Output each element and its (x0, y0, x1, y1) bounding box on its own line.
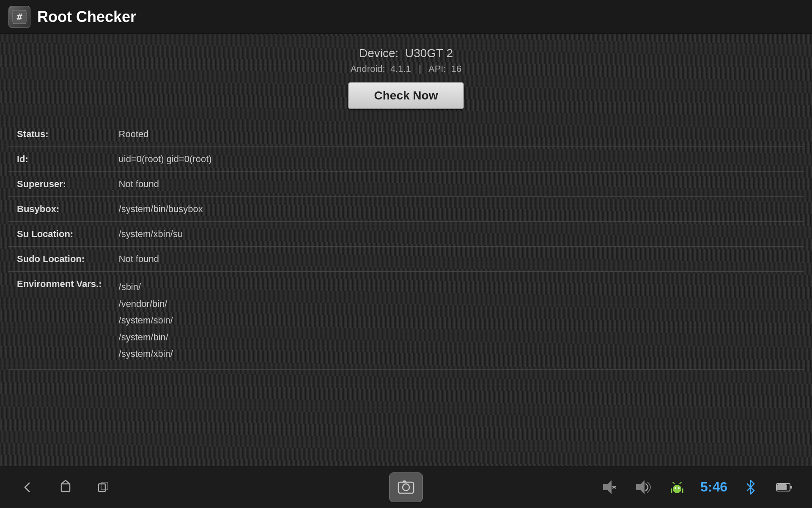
info-label-0: Status: (8, 122, 110, 147)
svg-rect-21 (777, 484, 787, 490)
check-now-button[interactable]: Check Now (348, 82, 464, 109)
android-version: 4.1.1 (390, 64, 411, 74)
info-row-2: Superuser:Not found (8, 172, 804, 197)
svg-line-16 (673, 482, 675, 484)
info-label-3: Busybox: (8, 197, 110, 222)
svg-point-15 (678, 487, 680, 489)
info-label-1: Id: (8, 147, 110, 172)
status-time: 5:46 (700, 479, 727, 495)
back-button[interactable] (17, 477, 38, 498)
app-title: Root Checker (37, 8, 136, 26)
info-label-5: Sudo Location: (8, 247, 110, 272)
api-level: 16 (451, 64, 461, 74)
svg-rect-4 (101, 482, 108, 490)
recents-button[interactable] (93, 477, 114, 498)
title-bar: # Root Checker (0, 0, 812, 34)
info-value-2: Not found (110, 172, 804, 197)
info-label-4: Su Location: (8, 222, 110, 247)
device-api: Android: 4.1.1 | API: 16 (8, 64, 804, 75)
info-value-4: /system/xbin/su (110, 222, 804, 247)
info-label-2: Superuser: (8, 172, 110, 197)
svg-marker-11 (636, 481, 644, 493)
screenshot-button[interactable] (389, 472, 423, 502)
info-row-5: Sudo Location:Not found (8, 247, 804, 272)
info-row-6: Environment Vars.:/sbin//vendor/bin//sys… (8, 272, 804, 370)
volume-down-button[interactable] (599, 477, 620, 498)
api-label: API: (428, 64, 446, 74)
home-button[interactable] (55, 477, 76, 498)
device-name: Device: U30GT 2 (8, 47, 804, 60)
battery-icon (774, 477, 795, 498)
device-value: U30GT 2 (405, 47, 453, 60)
info-value-1: uid=0(root) gid=0(root) (110, 147, 804, 172)
nav-center (389, 472, 423, 502)
svg-rect-22 (790, 486, 792, 489)
info-value-3: /system/bin/busybox (110, 197, 804, 222)
info-row-3: Busybox:/system/bin/busybox (8, 197, 804, 222)
android-icon (667, 477, 688, 498)
nav-right-status: 5:46 (599, 477, 795, 498)
svg-point-14 (675, 487, 676, 489)
svg-rect-13 (673, 486, 681, 491)
svg-marker-8 (604, 481, 611, 493)
info-value-0: Rooted (110, 122, 804, 147)
device-label: Device: (359, 47, 398, 60)
info-label-6: Environment Vars.: (8, 272, 110, 370)
svg-rect-2 (61, 484, 70, 491)
volume-up-button[interactable] (633, 477, 654, 498)
app-icon: # (8, 6, 30, 28)
android-label: Android: (351, 64, 385, 74)
svg-line-17 (680, 482, 681, 484)
info-row-1: Id:uid=0(root) gid=0(root) (8, 147, 804, 172)
info-row-4: Su Location:/system/xbin/su (8, 222, 804, 247)
info-row-0: Status:Rooted (8, 122, 804, 147)
svg-text:#: # (16, 12, 22, 22)
svg-rect-3 (99, 484, 105, 491)
svg-point-6 (403, 484, 409, 491)
nav-left-controls (17, 477, 114, 498)
info-table: Status:RootedId:uid=0(root) gid=0(root)S… (8, 122, 804, 370)
info-value-6: /sbin//vendor/bin//system/sbin//system/b… (110, 272, 804, 370)
info-value-5: Not found (110, 247, 804, 272)
nav-bar: 5:46 (0, 466, 812, 508)
device-info: Device: U30GT 2 Android: 4.1.1 | API: 16… (8, 47, 804, 109)
bluetooth-icon (740, 477, 761, 498)
svg-rect-7 (403, 480, 406, 483)
main-content: Device: U30GT 2 Android: 4.1.1 | API: 16… (0, 34, 812, 370)
